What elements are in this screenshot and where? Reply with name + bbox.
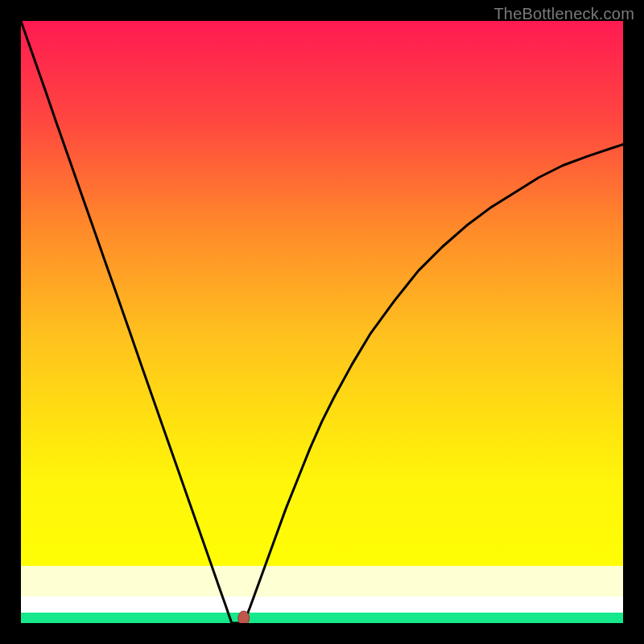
- chart-svg: [21, 21, 623, 623]
- chart-frame: TheBottleneck.com: [0, 0, 644, 644]
- band-green: [21, 613, 623, 623]
- band-white: [21, 597, 623, 613]
- band-light-yellow: [21, 566, 623, 597]
- gradient-background: [21, 21, 623, 566]
- attribution-label: TheBottleneck.com: [493, 5, 634, 23]
- optimum-marker: [238, 611, 250, 623]
